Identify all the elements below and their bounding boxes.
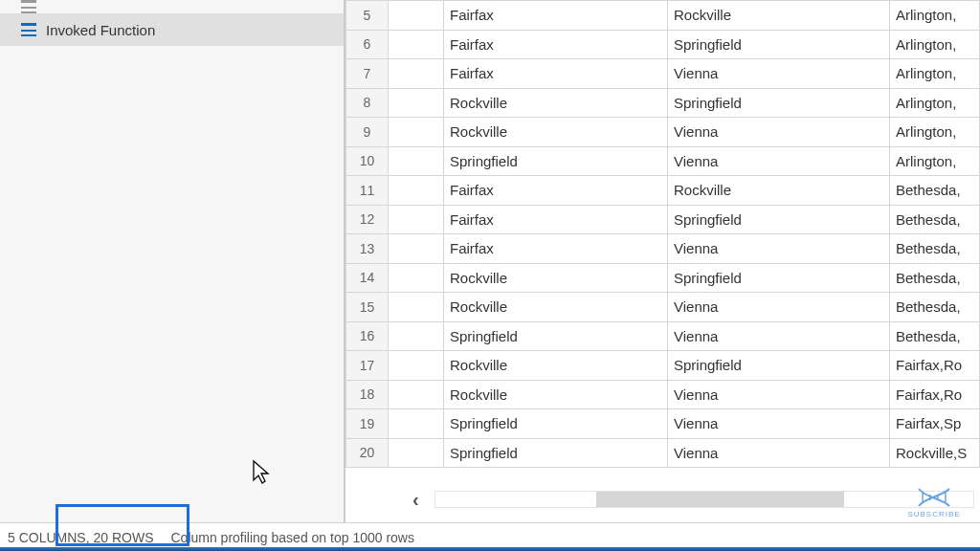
cell-blank[interactable] [389,205,444,234]
cell-blank[interactable] [389,59,444,89]
cell-blank[interactable] [389,409,444,439]
cell[interactable]: Fairfax [444,234,668,264]
cell[interactable]: Rockville [444,380,668,409]
table-row[interactable]: 19SpringfieldViennaFairfax,Sp [346,409,980,439]
cell[interactable]: Rockville [444,88,668,118]
cell-blank[interactable] [389,321,444,351]
cell[interactable]: Vienna [668,146,890,176]
cell-blank[interactable] [389,293,444,322]
cell-blank[interactable] [389,88,444,118]
table-row[interactable]: 5FairfaxRockvilleArlington, [346,1,980,31]
cell[interactable]: Springfield [444,321,668,351]
cell[interactable]: Springfield [444,409,668,439]
cell[interactable]: Vienna [668,59,890,89]
cell[interactable]: Vienna [668,234,890,264]
row-index[interactable]: 6 [346,30,389,59]
table-row[interactable]: 18RockvilleViennaFairfax,Ro [346,380,980,409]
cell-blank[interactable] [389,438,444,468]
cell[interactable]: Fairfax,Ro [890,380,980,409]
row-index[interactable]: 17 [346,351,389,381]
row-index[interactable]: 7 [346,59,389,89]
cell[interactable]: Arlington, [890,59,980,89]
cell[interactable]: Rockville [444,118,668,147]
cell-blank[interactable] [389,380,444,409]
row-index[interactable]: 8 [346,88,389,118]
cell[interactable]: Rockville [444,263,668,293]
query-item-invoked-function[interactable]: Invoked Function [0,13,344,46]
table-row[interactable]: 11FairfaxRockvilleBethesda, [346,176,980,206]
row-index[interactable]: 12 [346,205,389,234]
cell[interactable]: Fairfax [444,30,668,59]
table-row[interactable]: 13FairfaxViennaBethesda, [346,234,980,264]
table-row[interactable]: 12FairfaxSpringfieldBethesda, [346,205,980,234]
cell[interactable]: Fairfax [444,59,668,89]
cell-blank[interactable] [389,30,444,59]
cell[interactable]: Rockville [444,293,668,322]
cell-blank[interactable] [389,146,444,176]
cell-blank[interactable] [389,351,444,381]
cell[interactable]: Vienna [668,118,890,147]
cell[interactable]: Arlington, [890,30,980,59]
cell[interactable]: Vienna [668,438,890,468]
cell[interactable]: Arlington, [890,146,980,176]
cell-blank[interactable] [389,234,444,264]
cell[interactable]: Springfield [668,205,890,234]
scroll-left-button[interactable]: ‹ [403,489,429,511]
row-index[interactable]: 10 [346,146,389,176]
table-row[interactable]: 7FairfaxViennaArlington, [346,59,980,89]
row-index[interactable]: 15 [346,293,389,322]
cell[interactable]: Vienna [668,321,890,351]
cell[interactable]: Fairfax [444,1,668,31]
row-index[interactable]: 11 [346,176,389,206]
cell[interactable]: Arlington, [890,1,980,31]
cell[interactable]: Bethesda, [890,321,980,351]
cell[interactable]: Springfield [444,438,668,468]
table-row[interactable]: 20SpringfieldViennaRockville,S [346,438,980,468]
cell[interactable]: Rockville [668,1,890,31]
cell-blank[interactable] [389,1,444,31]
cell[interactable]: Springfield [668,351,890,381]
table-row[interactable]: 6FairfaxSpringfieldArlington, [346,30,980,59]
row-index[interactable]: 14 [346,263,389,293]
table-row[interactable]: 10SpringfieldViennaArlington, [346,146,980,176]
cell[interactable]: Vienna [668,380,890,409]
scroll-track[interactable] [434,491,974,508]
cell[interactable]: Fairfax [444,205,668,234]
data-grid[interactable]: 5FairfaxRockvilleArlington,6FairfaxSprin… [345,0,980,468]
cell[interactable]: Bethesda, [890,234,980,264]
cell[interactable]: Springfield [668,30,890,59]
row-index[interactable]: 16 [346,321,389,351]
cell[interactable]: Bethesda, [890,176,980,206]
row-index[interactable]: 18 [346,380,389,409]
table-row[interactable]: 14RockvilleSpringfieldBethesda, [346,263,980,293]
cell[interactable]: Rockville [668,176,890,206]
cell[interactable]: Bethesda, [890,293,980,322]
cell[interactable]: Springfield [444,146,668,176]
row-index[interactable]: 20 [346,438,389,468]
subscribe-watermark[interactable]: SUBSCRIBE [905,487,963,518]
table-row[interactable]: 16SpringfieldViennaBethesda, [346,321,980,351]
cell[interactable]: Rockville,S [890,438,980,468]
row-index[interactable]: 13 [346,234,389,264]
cell[interactable]: Fairfax,Ro [890,351,980,381]
cell[interactable]: Springfield [668,88,890,118]
cell[interactable]: Rockville [444,351,668,381]
table-row[interactable]: 15RockvilleViennaBethesda, [346,293,980,322]
cell[interactable]: Vienna [668,293,890,322]
cell-blank[interactable] [389,176,444,206]
row-index[interactable]: 19 [346,409,389,439]
cell[interactable]: Vienna [668,409,890,439]
cell-blank[interactable] [389,263,444,293]
scroll-thumb[interactable] [596,492,844,507]
cell[interactable]: Springfield [668,263,890,293]
cell[interactable]: Fairfax,Sp [890,409,980,439]
profiling-info[interactable]: Column profiling based on top 1000 rows [170,530,414,545]
cell[interactable]: Fairfax [444,176,668,206]
table-row[interactable]: 8RockvilleSpringfieldArlington, [346,88,980,118]
row-index[interactable]: 5 [346,1,389,31]
row-index[interactable]: 9 [346,118,389,147]
cell[interactable]: Bethesda, [890,263,980,293]
cell[interactable]: Arlington, [890,118,980,147]
table-row[interactable]: 9RockvilleViennaArlington, [346,118,980,147]
cell[interactable]: Arlington, [890,88,980,118]
